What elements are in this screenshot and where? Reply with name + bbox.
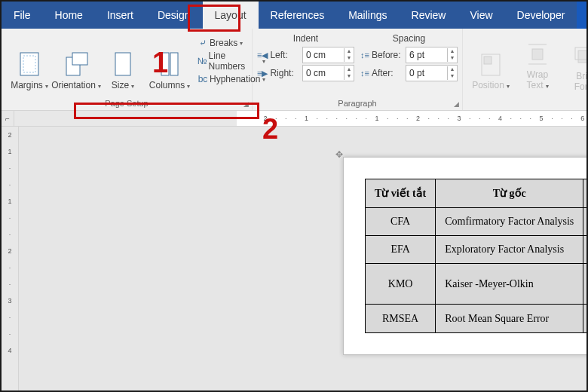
tab-file[interactable]: File <box>2 2 43 29</box>
columns-icon <box>159 50 180 80</box>
indent-right-label: ≡▶Right: <box>257 68 302 78</box>
breaks-icon: ⤶ <box>196 38 210 48</box>
svg-rect-6 <box>170 53 178 75</box>
spacing-after-input[interactable]: ▲▼ <box>406 65 458 81</box>
bring-forward-button[interactable]: Brin Forw <box>561 32 588 93</box>
group-label-page-setup: Page Setup ◢ <box>2 97 252 110</box>
tab-layout[interactable]: Layout <box>203 2 259 29</box>
wrap-text-button[interactable]: Wrap Text <box>514 32 561 93</box>
table-row: KMO Kaiser -Meyer-Olkin Hệ số k hình trò <box>366 264 587 305</box>
document-area: 2 1 · · 1 · · 2 · · 3 · · 4 ✥ Từ viết tắ… <box>2 127 586 392</box>
svg-rect-3 <box>72 53 87 65</box>
svg-rect-8 <box>484 57 492 64</box>
horizontal-ruler[interactable]: · · 2 · · · 1 · · · · · · 1 · · · 2 · · … <box>237 111 586 126</box>
content-table[interactable]: Từ viết tắt Từ gốc CFA Comfirmatory Fact… <box>365 179 586 333</box>
position-button[interactable]: Position <box>467 32 514 93</box>
orientation-button[interactable]: Orientation <box>53 32 100 93</box>
vertical-ruler[interactable]: 2 1 · · 1 · · 2 · · 3 · · 4 <box>2 127 19 392</box>
margins-icon <box>17 50 41 80</box>
ctx-tab-design[interactable]: Design <box>577 2 588 29</box>
table-anchor-icon[interactable]: ✥ <box>335 149 343 160</box>
indent-column: Indent ≡◀Left: ▲▼ ≡▶Right: ▲▼ <box>257 33 354 83</box>
orientation-icon <box>63 50 89 80</box>
hyphenation-icon: bc <box>196 74 210 84</box>
tab-developer[interactable]: Developer <box>505 2 577 29</box>
indent-right-input[interactable]: ▲▼ <box>302 65 354 81</box>
group-label-paragraph: Paragraph ◢ <box>253 97 462 110</box>
tab-design[interactable]: Design <box>145 2 203 29</box>
ruler-strip: ⌐ · · 2 · · · 1 · · · · · · 1 · · · 2 · … <box>2 111 586 127</box>
spacing-after-label: ↕≡After: <box>360 68 406 78</box>
group-arrange: Position Wrap Text Brin Forw <box>463 29 588 110</box>
group-label-arrange <box>463 97 588 110</box>
table-row: RMSEA Root Mean Square Error Căn bậc <box>366 305 587 333</box>
group-page-setup: Margins Orientation Size Columns ⤶Breaks… <box>2 29 253 110</box>
tab-view[interactable]: View <box>458 2 504 29</box>
tab-references[interactable]: References <box>259 2 337 29</box>
tab-insert[interactable]: Insert <box>95 2 145 29</box>
group-paragraph: Indent ≡◀Left: ▲▼ ≡▶Right: ▲▼ Spacing <box>253 29 463 110</box>
columns-button[interactable]: Columns <box>146 32 193 93</box>
paragraph-dialog-launcher[interactable]: ◢ <box>454 100 459 108</box>
table-row: EFA Exploratory Factor Analysis Phân tíc <box>366 236 587 264</box>
indent-right-icon: ≡▶ <box>257 69 268 78</box>
bring-forward-icon <box>574 41 588 71</box>
wrap-text-icon <box>526 39 549 69</box>
tab-mailings[interactable]: Mailings <box>336 2 399 29</box>
svg-rect-4 <box>115 53 130 75</box>
spacing-after-icon: ↕≡ <box>360 69 369 78</box>
indent-left-input[interactable]: ▲▼ <box>302 47 354 63</box>
size-icon <box>112 50 133 80</box>
position-icon <box>479 50 502 80</box>
indent-left-icon: ≡◀ <box>257 51 268 60</box>
svg-rect-5 <box>161 53 169 75</box>
line-numbers-icon: № <box>196 56 209 66</box>
page-setup-dialog-launcher[interactable]: ◢ <box>243 100 249 108</box>
ribbon: Margins Orientation Size Columns ⤶Breaks… <box>2 29 586 111</box>
tab-home[interactable]: Home <box>43 2 95 29</box>
editing-canvas[interactable]: ✥ Từ viết tắt Từ gốc CFA Comfirmatory Fa… <box>19 127 586 392</box>
size-button[interactable]: Size <box>100 32 146 93</box>
table-row: CFA Comfirmatory Factor Analysis Phân tí… <box>366 208 587 236</box>
spacing-before-label: ↕≡Before: <box>360 50 406 60</box>
spacing-column: Spacing ↕≡Before: ▲▼ ↕≡After: ▲▼ <box>360 33 458 83</box>
svg-rect-12 <box>578 51 588 63</box>
ruler-corner[interactable]: ⌐ <box>2 111 14 126</box>
spacing-before-input[interactable]: ▲▼ <box>406 47 458 63</box>
contextual-tabs: Design Layout <box>577 2 588 29</box>
svg-rect-9 <box>532 49 543 60</box>
page: Từ viết tắt Từ gốc CFA Comfirmatory Fact… <box>343 157 586 355</box>
menu-bar: File Home Insert Design Layout Reference… <box>2 2 586 29</box>
tab-review[interactable]: Review <box>400 2 458 29</box>
spacing-before-icon: ↕≡ <box>360 51 369 60</box>
indent-left-label: ≡◀Left: <box>257 50 302 60</box>
margins-button[interactable]: Margins <box>6 32 53 93</box>
table-header-row: Từ viết tắt Từ gốc <box>366 179 587 208</box>
